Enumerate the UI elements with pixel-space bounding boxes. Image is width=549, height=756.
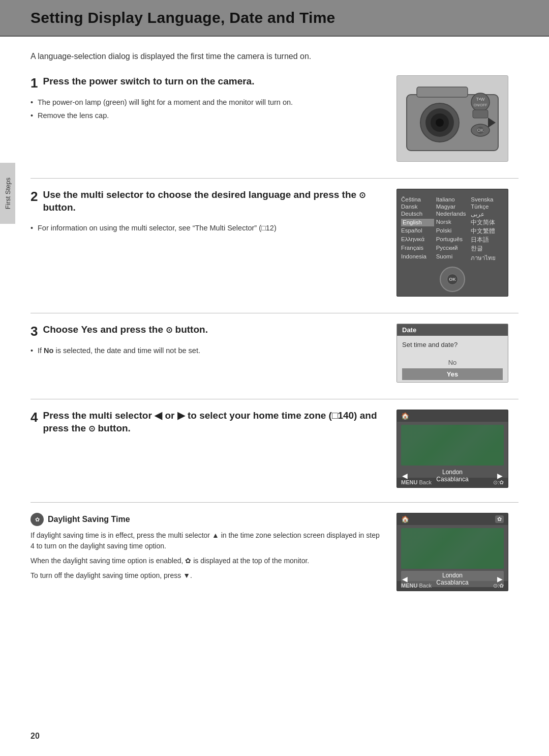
page-header: Setting Display Language, Date and Time: [0, 0, 549, 37]
step-3-image: Date Set time and date? No Yes: [396, 324, 518, 383]
step-1-bullet-1: The power-on lamp (green) will light for…: [30, 97, 384, 107]
tz-dst-map: [401, 528, 504, 569]
page-title: Setting Display Language, Date and Time: [30, 9, 518, 26]
svg-point-5: [436, 119, 444, 127]
lang-nederlands: Nederlands: [436, 211, 469, 218]
tz-cities: London Casablanca: [401, 468, 504, 484]
step-2-section: 2 Use the multi selector to choose the d…: [30, 189, 518, 297]
set-time-date-text: Set time and date?: [402, 341, 503, 348]
date-no: No: [402, 357, 503, 368]
lang-deutsch: Deutsch: [401, 211, 434, 218]
language-grid: Čeština Italiano Svenska Dansk Magyar Tü…: [401, 196, 504, 263]
divider-1: [30, 178, 518, 179]
tz-dst-city1: London: [408, 572, 497, 579]
date-screen: Date Set time and date? No Yes: [396, 324, 508, 383]
tz-dst-arrow-right: ▶: [497, 575, 503, 583]
tip-para-3: To turn off the daylight saving time opt…: [30, 570, 384, 581]
tz-header: 🏠: [397, 410, 508, 422]
timezone-screen-dst: 🏠 ✿ ◀ London Casablanca ▶: [396, 513, 508, 591]
lang-japanese: 日本語: [471, 236, 504, 244]
lang-francais: Français: [401, 245, 434, 252]
step-4-number: 4: [30, 411, 38, 424]
lang-korean: 한글: [471, 245, 504, 252]
date-screen-body: Set time and date? No Yes: [397, 336, 508, 382]
tz-arrow-left: ◀: [402, 472, 408, 480]
lang-thai: ภาษาไทย: [471, 253, 504, 263]
language-screen: Čeština Italiano Svenska Dansk Magyar Tü…: [396, 189, 508, 297]
date-screen-header: Date: [397, 324, 508, 336]
tip-section: ✿ Daylight Saving Time If daylight savin…: [30, 513, 518, 591]
lang-espanol: Español: [401, 227, 434, 235]
step-1-left: 1 Press the power switch to turn on the …: [30, 75, 384, 124]
lang-norsk: Norsk: [436, 219, 469, 226]
tz-arrow-right: ▶: [497, 472, 503, 480]
divider-3: [30, 399, 518, 399]
svg-rect-1: [417, 87, 468, 97]
ok-button-visual: OK: [440, 267, 465, 292]
step-3-number: 3: [30, 325, 38, 338]
dst-icon: ✿: [495, 515, 504, 523]
step-4-left: 4 Press the multi selector ◀ or ▶ to sel…: [30, 410, 384, 443]
lang-arabic: عربى: [471, 211, 504, 218]
tip-para-2: When the daylight saving time option is …: [30, 556, 384, 566]
tip-image: 🏠 ✿ ◀ London Casablanca ▶: [396, 513, 518, 591]
camera-svg: T•W ON/OFF OK: [402, 79, 503, 158]
lang-magyar: Magyar: [436, 203, 469, 210]
lang-russian: Русский: [436, 245, 469, 252]
step-2-image: Čeština Italiano Svenska Dansk Magyar Tü…: [396, 189, 518, 297]
tip-header: ✿ Daylight Saving Time: [30, 513, 384, 526]
step-2-title: Use the multi selector to choose the des…: [43, 189, 384, 214]
timezone-screen: 🏠 ◀ London Casablanca ▶: [396, 410, 508, 488]
step-1-title: Press the power switch to turn on the ca…: [43, 75, 254, 88]
tz-city2: Casablanca: [408, 476, 497, 483]
lang-svenska: Svenska: [471, 196, 504, 202]
step-4-section: 4 Press the multi selector ◀ or ▶ to sel…: [30, 410, 518, 488]
lang-suomi: Suomi: [436, 253, 469, 263]
step-2-bullet-1: For information on using the multi selec…: [30, 223, 384, 233]
lang-greek: Ελληνικά: [401, 236, 434, 244]
page-number: 20: [30, 732, 40, 741]
intro-text: A language-selection dialog is displayed…: [30, 52, 518, 61]
step-3-bullets: If No is selected, the date and time wil…: [30, 345, 384, 356]
lang-polski: Polski: [436, 227, 469, 235]
step-1-section: 1 Press the power switch to turn on the …: [30, 75, 518, 162]
step-4-image: 🏠 ◀ London Casablanca ▶: [396, 410, 518, 488]
ok-selector-area: OK: [401, 267, 504, 292]
lang-cestina: Čeština: [401, 196, 434, 202]
svg-text:ON/OFF: ON/OFF: [474, 103, 487, 107]
lang-indonesia: Indonesia: [401, 253, 434, 263]
step-1-image: T•W ON/OFF OK: [396, 75, 518, 162]
step-2-bullets: For information on using the multi selec…: [30, 223, 384, 233]
sidebar-label: First Steps: [0, 163, 15, 224]
step-4-title: Press the multi selector ◀ or ▶ to selec…: [43, 410, 384, 434]
svg-text:OK: OK: [477, 128, 483, 133]
step-3-bullet-1: If No is selected, the date and time wil…: [30, 345, 384, 356]
tz-dst-cities: London Casablanca: [401, 571, 504, 587]
tz-city1: London: [408, 469, 497, 476]
lang-italiano: Italiano: [436, 196, 469, 202]
tz-dst-city2: Casablanca: [408, 579, 497, 586]
lang-chinese-simplified: 中文简体: [471, 219, 504, 226]
ok-center: OK: [447, 274, 458, 285]
tip-icon: ✿: [30, 513, 44, 526]
tip-title: Daylight Saving Time: [48, 515, 130, 524]
step-1-number: 1: [30, 76, 38, 90]
tz-dst-body: ◀ London Casablanca ▶: [397, 525, 508, 581]
step-2-left: 2 Use the multi selector to choose the d…: [30, 189, 384, 237]
lang-turkce: Türkçe: [471, 203, 504, 210]
step-3-title: Choose Yes and press the ⊙ button.: [43, 324, 207, 336]
date-yes: Yes: [402, 368, 503, 380]
tz-map-bg: [401, 425, 504, 466]
tz-dst-arrow-left: ◀: [402, 575, 408, 583]
tip-left: ✿ Daylight Saving Time If daylight savin…: [30, 513, 384, 581]
tip-para-1: If daylight saving time is in effect, pr…: [30, 530, 384, 551]
step-1-bullet-2: Remove the lens cap.: [30, 110, 384, 121]
divider-2: [30, 313, 518, 313]
tz-dst-header: 🏠 ✿: [397, 513, 508, 525]
tz-body: ◀ London Casablanca ▶: [397, 422, 508, 478]
lang-dansk: Dansk: [401, 203, 434, 210]
home-icon-dst: 🏠: [401, 515, 409, 523]
divider-4: [30, 502, 518, 503]
step-2-number: 2: [30, 190, 38, 203]
main-content: A language-selection dialog is displayed…: [0, 37, 549, 624]
